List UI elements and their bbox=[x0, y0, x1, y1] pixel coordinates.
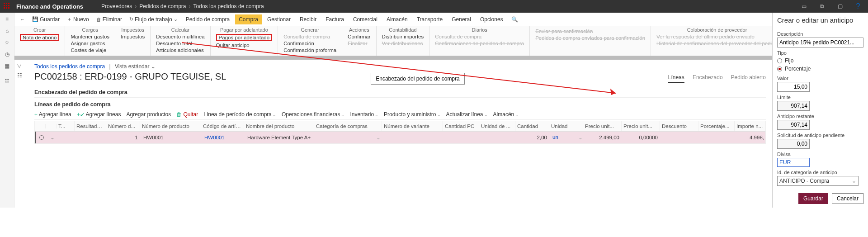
tab-gestionar[interactable]: Gestionar bbox=[264, 14, 294, 24]
grid-col-header[interactable]: Descuento bbox=[660, 121, 698, 131]
view-selector[interactable]: Vista estándar ⌄ bbox=[115, 63, 156, 70]
ribbon-item[interactable]: Asignar gastos bbox=[71, 40, 109, 47]
ribbon-item[interactable]: Pagos por adelantado bbox=[216, 33, 273, 42]
grid-col-header[interactable]: Precio unit... bbox=[583, 121, 622, 131]
line-toolbar-item[interactable]: +↙ Agregar líneas bbox=[77, 111, 121, 118]
panel-save-button[interactable]: Guardar bbox=[798, 193, 828, 204]
ribbon-item[interactable]: Descuento total bbox=[156, 40, 204, 47]
tab-compra[interactable]: Compra bbox=[235, 14, 262, 24]
value-input[interactable] bbox=[777, 82, 810, 92]
breadcrumb: Proveedores› Pedidos de compra› Todos lo… bbox=[101, 3, 264, 9]
tab-almacen[interactable]: Almacén bbox=[383, 14, 411, 24]
filter-list-icon[interactable]: ☳ bbox=[4, 78, 11, 85]
cell-unit-price2: 0,00000 bbox=[623, 132, 661, 143]
tab-opciones[interactable]: Opciones bbox=[476, 14, 507, 24]
grid-col-header[interactable]: Porcentaje... bbox=[698, 121, 735, 131]
grid-col-header[interactable]: Nombre del producto bbox=[244, 121, 314, 131]
cell-unit-price[interactable]: 2.499,00 bbox=[585, 132, 623, 143]
line-toolbar-item[interactable]: Agregar productos bbox=[126, 111, 171, 118]
grid-col-header[interactable]: Unidad bbox=[549, 121, 583, 131]
ribbon-item[interactable]: Distribuir importes bbox=[382, 33, 424, 40]
line-toolbar-item[interactable]: + Agregar línea bbox=[34, 111, 71, 118]
breadcrumb-2[interactable]: Todos los pedidos de compra bbox=[193, 3, 264, 9]
grid-col-header[interactable]: Categoría de compras bbox=[314, 121, 382, 131]
po-header-button[interactable]: Encabezado del pedido de compra bbox=[371, 73, 464, 85]
funnel-icon[interactable]: ▽ bbox=[17, 62, 31, 69]
radio-fixed[interactable] bbox=[777, 58, 782, 63]
view-tab-lines[interactable]: Líneas bbox=[668, 74, 684, 83]
tab-general[interactable]: General bbox=[448, 14, 475, 24]
ribbon-item[interactable]: Descuento multilínea bbox=[156, 33, 204, 40]
menu-icon[interactable]: ≡ bbox=[4, 15, 11, 23]
grid-col-header[interactable]: Número d... bbox=[106, 121, 140, 131]
breadcrumb-1[interactable]: Pedidos de compra bbox=[139, 3, 186, 9]
tab-factura[interactable]: Factura bbox=[322, 14, 348, 24]
cell-product-no[interactable]: HW0001 bbox=[142, 132, 203, 143]
grid-col-header[interactable]: Unidad de ... bbox=[479, 121, 515, 131]
panel-cancel-button[interactable]: Cancelar bbox=[832, 193, 863, 204]
tab-transporte[interactable]: Transporte bbox=[413, 14, 447, 24]
grid-col-header[interactable] bbox=[46, 124, 57, 128]
ribbon-item[interactable]: Artículos adicionales bbox=[156, 47, 204, 53]
window-multi-icon[interactable]: ⧉ bbox=[816, 2, 828, 11]
tab-pedido-de-compra[interactable]: Pedido de compra bbox=[182, 14, 233, 24]
desc-input[interactable] bbox=[777, 38, 863, 47]
save-button[interactable]: 💾Guardar bbox=[29, 14, 62, 24]
ribbon-item[interactable]: Mantener gastos bbox=[71, 33, 109, 40]
cell-category-dd[interactable]: ⌄ bbox=[316, 132, 383, 143]
ribbon-item[interactable]: Confirmar bbox=[348, 33, 370, 40]
star-icon[interactable]: ☆ bbox=[4, 39, 11, 46]
window-max-icon[interactable]: ▢ bbox=[834, 2, 846, 11]
category-select[interactable]: ANTICIPO - Compra⌄ bbox=[777, 176, 859, 186]
tab-comercial[interactable]: Comercial bbox=[349, 14, 381, 24]
view-tab-header[interactable]: Encabezado bbox=[693, 74, 723, 83]
grid-col-header[interactable] bbox=[35, 124, 46, 128]
grid-col-header[interactable]: Importe n... bbox=[735, 121, 766, 131]
pending-input bbox=[777, 139, 810, 149]
line-toolbar-item[interactable]: Línea de período de compra⌄ bbox=[203, 111, 276, 118]
home-icon[interactable]: ⌂ bbox=[4, 27, 11, 34]
row-expand-icon[interactable]: ⌄ bbox=[47, 132, 58, 143]
currency-link[interactable]: EUR bbox=[777, 158, 810, 167]
row-select-radio[interactable] bbox=[39, 135, 44, 140]
grid-col-header[interactable]: Código de artículo bbox=[201, 121, 244, 131]
workflow-button[interactable]: ↻Flujo de trabajo⌄ bbox=[127, 14, 180, 24]
delete-button[interactable]: 🗑Eliminar bbox=[94, 14, 125, 24]
list-filter-icon[interactable]: ☷ bbox=[17, 72, 31, 79]
tab-recibir[interactable]: Recibir bbox=[296, 14, 320, 24]
grid-col-header[interactable]: Precio unit... bbox=[622, 121, 660, 131]
radio-percentage[interactable] bbox=[777, 66, 782, 71]
clock-icon[interactable]: ◷ bbox=[4, 51, 11, 58]
breadcrumb-0[interactable]: Proveedores bbox=[101, 3, 132, 9]
back-button[interactable]: ← bbox=[17, 15, 28, 24]
line-toolbar-item[interactable]: Inventario⌄ bbox=[350, 111, 378, 118]
view-tab-open[interactable]: Pedido abierto bbox=[731, 74, 766, 83]
grid-col-header[interactable]: Número de producto bbox=[140, 121, 201, 131]
grid-col-header[interactable]: Cantidad bbox=[515, 121, 549, 131]
ribbon-item[interactable]: Nota de abono bbox=[20, 33, 59, 42]
app-launcher-icon[interactable] bbox=[4, 3, 11, 10]
cell-item-code[interactable]: HW0001 bbox=[203, 132, 245, 143]
ribbon-item[interactable]: Confirmación proforma bbox=[283, 47, 336, 53]
help-icon[interactable]: ? bbox=[852, 2, 864, 11]
line-toolbar-item[interactable]: Producto y suministro⌄ bbox=[384, 111, 440, 118]
line-toolbar-item[interactable]: 🗑 Quitar bbox=[176, 111, 198, 118]
line-toolbar-item[interactable]: Almacén⌄ bbox=[493, 111, 519, 118]
ribbon-item[interactable]: Costes de viaje bbox=[71, 47, 109, 53]
grid-col-header[interactable]: Resultados... bbox=[75, 121, 106, 131]
window-restore-icon[interactable]: ▭ bbox=[797, 2, 810, 11]
grid-col-header[interactable]: T... bbox=[57, 121, 75, 131]
ribbon-item[interactable]: Quitar anticipo bbox=[216, 42, 273, 48]
cell-qty[interactable]: 2,00 bbox=[517, 132, 551, 143]
grid-col-header[interactable]: Cantidad PC bbox=[443, 121, 479, 131]
list-link[interactable]: Todos los pedidos de compra bbox=[34, 63, 105, 70]
grid-col-header[interactable]: Número de variante bbox=[382, 121, 443, 131]
ribbon-item[interactable]: Impuestos bbox=[121, 33, 145, 40]
module-icon[interactable]: ▦ bbox=[4, 62, 11, 70]
cell-unit[interactable]: un ⌄ bbox=[551, 132, 585, 143]
ribbon-item[interactable]: Confirmación bbox=[283, 40, 336, 47]
new-button[interactable]: ＋Nuevo bbox=[64, 14, 92, 24]
line-toolbar-item[interactable]: Actualizar línea⌄ bbox=[446, 111, 488, 118]
line-toolbar-item[interactable]: Operaciones financieras⌄ bbox=[282, 111, 344, 118]
search-icon[interactable]: 🔍 bbox=[511, 16, 518, 23]
